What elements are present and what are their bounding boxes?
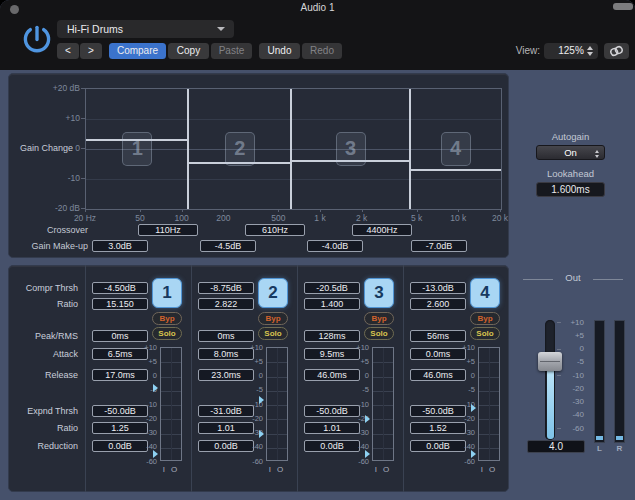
threshold-marker[interactable] [153, 450, 158, 458]
autogain-menu[interactable]: On [536, 145, 605, 160]
parameter-labels-column: Compr ThrshRatioPeak/RMSAttackReleaseExp… [8, 265, 84, 492]
undo-button[interactable]: Undo [259, 43, 300, 59]
band-region-chip[interactable]: 3 [336, 132, 366, 166]
compr-ratio-field[interactable]: 15.150 [92, 298, 148, 310]
meter-scale-label: 0 [230, 371, 263, 380]
param-label: Compr Thrsh [8, 282, 78, 294]
band-select-button[interactable]: 4 [470, 278, 500, 308]
bypass-button[interactable]: Byp [258, 312, 288, 325]
axis-tick [320, 209, 321, 212]
fader-tick [557, 375, 561, 376]
meter-scale-label: -30 [336, 428, 369, 437]
gain-makeup-field[interactable]: -4.0dB [307, 240, 363, 252]
compr-thrsh-field[interactable]: -8.75dB [198, 282, 254, 294]
peak-rms-field[interactable]: 56ms [410, 330, 466, 342]
compr-thrsh-field[interactable]: -20.5dB [304, 282, 360, 294]
fader-tick [557, 428, 561, 429]
meter-scale-label: -30 [442, 428, 475, 437]
gain-makeup-field[interactable]: -4.5dB [200, 240, 256, 252]
paste-button[interactable]: Paste [211, 43, 252, 59]
threshold-marker[interactable] [365, 415, 370, 423]
param-label: Attack [8, 348, 78, 360]
meter-divider [171, 348, 172, 460]
band-column-4: -13.0dB2.60056ms0.0ms46.0ms-50.0dB1.520.… [403, 265, 509, 492]
io-label: I O [478, 465, 500, 474]
bypass-button[interactable]: Byp [470, 312, 500, 325]
crossover-freq-field[interactable]: 610Hz [245, 224, 305, 236]
peak-rms-field[interactable]: 128ms [304, 330, 360, 342]
band-region-chip[interactable]: 1 [122, 132, 152, 166]
band-select-button[interactable]: 2 [258, 278, 288, 308]
power-icon [18, 22, 56, 58]
param-label: Peak/RMS [8, 330, 78, 342]
threshold-marker[interactable] [153, 384, 158, 392]
param-label: Release [8, 369, 78, 381]
axis-tick [85, 209, 86, 212]
axis-tick [81, 148, 85, 149]
axis-tick [417, 209, 418, 212]
gain-makeup-field[interactable]: 3.0dB [92, 240, 148, 252]
solo-button[interactable]: Solo [152, 327, 182, 340]
prev-preset-button[interactable]: < [57, 43, 79, 59]
gain-tick-label: -10 [0, 173, 80, 183]
band-gain-line[interactable] [410, 169, 501, 171]
meter-scale-label: +10 [442, 343, 475, 352]
view-stepper[interactable] [587, 46, 593, 56]
autogain-value: On [564, 147, 577, 158]
compare-button[interactable]: Compare [109, 43, 166, 59]
axis-tick [223, 209, 224, 212]
frequency-tick-label: 1 k [314, 213, 325, 223]
gain-makeup-field[interactable]: -7.0dB [411, 240, 467, 252]
crossover-line[interactable] [187, 89, 189, 209]
threshold-marker[interactable] [471, 404, 476, 412]
threshold-marker[interactable] [471, 450, 476, 458]
bypass-button[interactable]: Byp [152, 312, 182, 325]
crossover-freq-field[interactable]: 4400Hz [352, 224, 412, 236]
compr-thrsh-field[interactable]: -4.50dB [92, 282, 148, 294]
output-gain-field[interactable]: 4.0 [527, 440, 585, 453]
band-region-chip[interactable]: 2 [225, 132, 255, 166]
solo-button[interactable]: Solo [364, 327, 394, 340]
redo-button[interactable]: Redo [302, 43, 342, 59]
right-channel-label: R [614, 444, 625, 453]
crossover-line[interactable] [290, 89, 292, 209]
copy-button[interactable]: Copy [168, 43, 209, 59]
peak-rms-field[interactable]: 0ms [92, 330, 148, 342]
compr-thrsh-field[interactable]: -13.0dB [410, 282, 466, 294]
band-select-button[interactable]: 3 [364, 278, 394, 308]
solo-button[interactable]: Solo [258, 327, 288, 340]
compr-ratio-field[interactable]: 1.400 [304, 298, 360, 310]
view-zoom-field[interactable]: 125% [544, 43, 598, 59]
meter-scale-label: +5 [230, 357, 263, 366]
compr-ratio-field[interactable]: 2.822 [198, 298, 254, 310]
axis-tick [182, 209, 183, 212]
divider [593, 279, 623, 280]
power-button[interactable] [18, 22, 56, 58]
lookahead-field[interactable]: 1.600ms [536, 182, 605, 197]
output-meter-left [594, 320, 605, 443]
meter-scale-label: 0 [336, 371, 369, 380]
crossover-line[interactable] [409, 89, 411, 209]
meter-scale-label: -60 [230, 457, 263, 466]
peak-rms-field[interactable]: 0ms [198, 330, 254, 342]
io-label: I O [266, 465, 288, 474]
axis-tick [500, 209, 501, 212]
threshold-marker[interactable] [259, 430, 264, 438]
threshold-marker[interactable] [365, 450, 370, 458]
compr-ratio-field[interactable]: 2.600 [410, 298, 466, 310]
meter-scale-label: -20 [124, 414, 157, 423]
view-zoom-value: 125% [558, 45, 584, 56]
frequency-tick-label: 20 k [492, 213, 508, 223]
solo-button[interactable]: Solo [470, 327, 500, 340]
bypass-button[interactable]: Byp [364, 312, 394, 325]
next-preset-button[interactable]: > [80, 43, 102, 59]
link-button[interactable] [604, 43, 629, 59]
crossover-freq-field[interactable]: 110Hz [138, 224, 198, 236]
axis-tick [81, 208, 85, 209]
band-region-chip[interactable]: 4 [441, 132, 471, 166]
meter-scale-label: -40 [230, 442, 263, 451]
band-select-button[interactable]: 1 [152, 278, 182, 308]
threshold-marker[interactable] [259, 396, 264, 404]
preset-menu[interactable]: Hi-Fi Drums [57, 20, 234, 38]
gain-change-graph[interactable]: 1234 [85, 88, 502, 210]
